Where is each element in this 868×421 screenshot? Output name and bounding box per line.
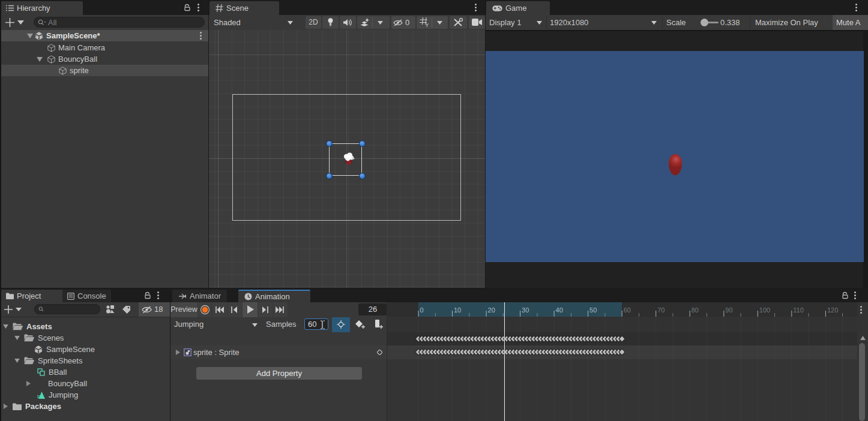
svg-text:110: 110: [793, 306, 804, 314]
svg-text:100: 100: [759, 306, 770, 314]
svg-text:60: 60: [624, 306, 631, 314]
svg-text:0: 0: [420, 306, 424, 314]
svg-text:Y: Y: [426, 22, 429, 28]
svg-text:70: 70: [657, 306, 665, 314]
svg-text:120: 120: [827, 306, 838, 314]
svg-text:30: 30: [522, 306, 529, 314]
svg-text:20: 20: [488, 306, 495, 314]
svg-text:40: 40: [556, 306, 563, 314]
svg-text:50: 50: [589, 306, 597, 314]
svg-text:80: 80: [692, 306, 699, 314]
svg-text:10: 10: [454, 306, 461, 314]
svg-text:90: 90: [725, 306, 732, 314]
